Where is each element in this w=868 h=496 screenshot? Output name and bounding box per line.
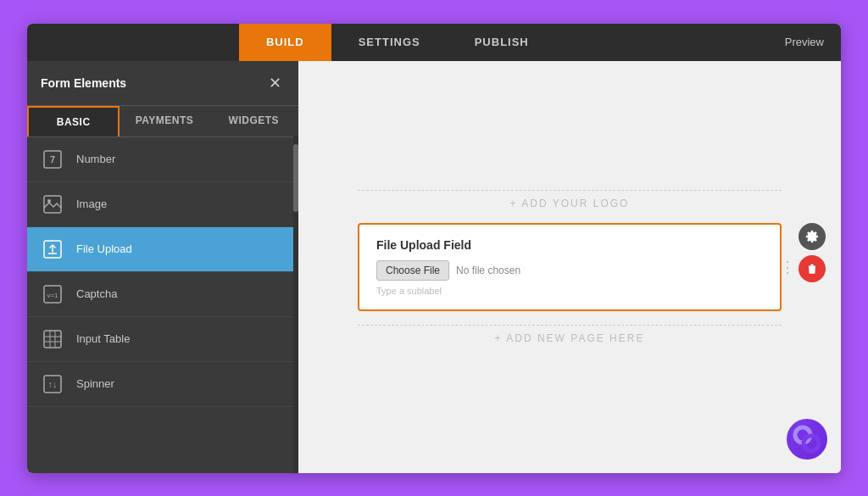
no-file-text: No file chosen: [456, 265, 520, 276]
delete-button[interactable]: [798, 255, 826, 282]
sidebar-tabs: BASIC PAYMENTS WIDGETS: [27, 106, 298, 137]
sublabel-text[interactable]: Type a sublabel: [376, 286, 763, 296]
spinner-icon: ↑↓: [41, 372, 64, 396]
tab-settings[interactable]: SETTINGS: [331, 24, 448, 61]
image-label: Image: [76, 198, 107, 210]
add-logo-bar[interactable]: + ADD YOUR LOGO: [358, 190, 782, 209]
svg-text:7: 7: [50, 154, 55, 164]
file-upload-widget[interactable]: File Upload Field Choose File No file ch…: [358, 223, 782, 311]
image-icon: [41, 192, 64, 216]
sidebar-item-captcha[interactable]: v=1 Captcha: [27, 272, 298, 317]
tab-build[interactable]: BUILD: [239, 24, 331, 61]
svg-text:v=1: v=1: [47, 292, 58, 299]
widget-actions: [798, 223, 826, 282]
canvas-area: + ADD YOUR LOGO File Upload Field Choose…: [298, 61, 841, 473]
number-label: Number: [76, 153, 115, 165]
widget-container: File Upload Field Choose File No file ch…: [358, 223, 782, 311]
sidebar-header: Form Elements ✕: [27, 61, 298, 106]
add-new-page-bar[interactable]: + ADD NEW PAGE HERE: [358, 325, 782, 344]
sidebar-items: 7 Number Image: [27, 137, 298, 473]
file-input-row: Choose File No file chosen: [376, 260, 763, 281]
top-nav: BUILD SETTINGS PUBLISH Preview: [27, 24, 841, 61]
choose-file-button[interactable]: Choose File: [376, 260, 449, 281]
file-upload-icon: [41, 237, 64, 261]
main-content: Form Elements ✕ BASIC PAYMENTS WIDGETS: [27, 61, 841, 473]
app-container: BUILD SETTINGS PUBLISH Preview Form Elem…: [27, 24, 841, 473]
svg-rect-7: [44, 331, 61, 348]
svg-text:↑↓: ↑↓: [48, 379, 58, 389]
tab-widgets[interactable]: WIDGETS: [209, 106, 298, 137]
bottom-logo: [787, 419, 827, 460]
logo-circle: [787, 419, 827, 460]
spinner-label: Spinner: [76, 377, 114, 390]
sidebar-item-number[interactable]: 7 Number: [27, 137, 298, 182]
close-icon[interactable]: ✕: [264, 73, 285, 93]
tab-basic[interactable]: BASIC: [27, 106, 120, 137]
nav-tabs: BUILD SETTINGS PUBLISH: [27, 24, 768, 61]
widget-title: File Upload Field: [376, 238, 763, 252]
number-icon: 7: [41, 148, 64, 171]
sidebar: Form Elements ✕ BASIC PAYMENTS WIDGETS: [27, 61, 298, 473]
input-table-icon: [41, 327, 64, 351]
captcha-label: Captcha: [76, 287, 117, 300]
sidebar-title: Form Elements: [41, 76, 126, 90]
captcha-icon: v=1: [41, 282, 64, 306]
preview-button[interactable]: Preview: [768, 36, 841, 48]
tab-payments[interactable]: PAYMENTS: [120, 106, 209, 137]
sidebar-item-spinner[interactable]: ↑↓ Spinner: [27, 362, 298, 407]
sidebar-item-file-upload[interactable]: File Upload: [27, 227, 298, 272]
settings-button[interactable]: [798, 223, 826, 250]
file-upload-label: File Upload: [76, 242, 132, 255]
tab-publish[interactable]: PUBLISH: [448, 24, 556, 61]
input-table-label: Input Table: [76, 332, 130, 345]
sidebar-item-input-table[interactable]: Input Table: [27, 317, 298, 362]
sidebar-item-image[interactable]: Image: [27, 182, 298, 227]
